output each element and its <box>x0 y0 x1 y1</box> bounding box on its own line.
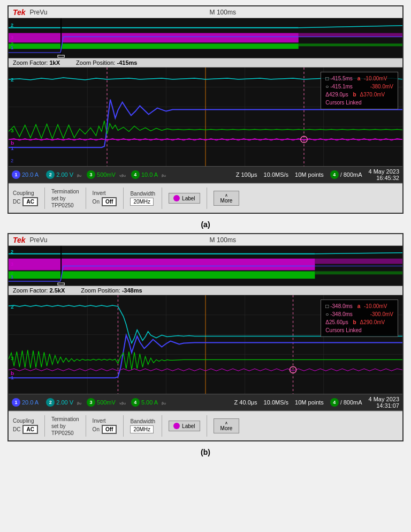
termination-set-b: set by <box>51 423 66 429</box>
controls-bar-a: Coupling DC AC Termination set by TPP025… <box>9 183 402 213</box>
ch2-val-a: 2.00 V <box>56 171 73 178</box>
panel-a: Tek PreVu M 100ms 2 <box>7 5 404 214</box>
main-display-a: 2 1 2 b 3 □ -415.5ms a -10.00mV ○ -415.1… <box>9 68 402 167</box>
svg-rect-5 <box>9 43 299 49</box>
svg-text:3: 3 <box>11 262 13 267</box>
ch4-val-b: 5.00 A <box>141 399 158 406</box>
ch1-val-b: 20.0 A <box>22 399 39 406</box>
sample-rate-b: 10.0MS/s <box>264 399 288 406</box>
invert-label-a: Invert <box>93 190 106 196</box>
panel-b: Tek PreVu M 100ms 2 3 <box>7 233 404 441</box>
coupling-dc-a: DC <box>13 199 20 205</box>
label-dot-a <box>173 195 180 201</box>
divider-1a <box>44 188 45 209</box>
ch4-badge-b: 4 <box>131 398 140 407</box>
zoom-factor-label-b: Zoom Factor: 2.5kX <box>13 287 65 294</box>
ch-info-bar-b: 1 20.0 A 2 2.00 V ᵦᵤ 3 500mV ᵥᵦᵤ 4 5.00 … <box>9 394 402 411</box>
termination-group-a: Termination set by TPP0250 <box>51 189 79 208</box>
label-dot-b <box>173 423 180 429</box>
ch3-badge-b: 3 <box>87 398 95 407</box>
sample-rate-a: 10.0MS/s <box>264 171 288 178</box>
invert-on-b: On <box>93 426 100 432</box>
svg-text:2: 2 <box>11 249 13 254</box>
bandwidth-val-b[interactable]: 20MHz <box>130 425 154 433</box>
ch4-val-a: 10.0 A <box>141 171 158 178</box>
zoom-info-b: Zoom Factor: 2.5kX Zoom Position: -348ms <box>9 286 402 295</box>
prevu-a: PreVu <box>30 9 48 16</box>
zoom-pos-label-a: Zoom Position: -415ms <box>76 59 137 66</box>
cursor-box-a: □ -415.5ms a -10.00mV ○ -415.1ms -380.0m… <box>321 72 398 109</box>
more-text-a: More <box>220 198 233 204</box>
bandwidth-label-b: Bandwidth <box>130 418 155 424</box>
invert-label-b: Invert <box>93 418 106 424</box>
panel-a-header: Tek PreVu M 100ms <box>9 6 402 18</box>
ch3-val-b: 500mV <box>97 399 116 406</box>
bandwidth-val-a[interactable]: 20MHz <box>130 198 154 206</box>
timebase-a: M 100ms <box>210 9 236 16</box>
more-chevron-b: ∧ <box>225 421 228 425</box>
panel-b-header: Tek PreVu M 100ms <box>9 234 402 246</box>
zoom-factor-label-a: Zoom Factor: 1kX <box>13 59 60 66</box>
divider-4b <box>162 415 162 437</box>
ch1-val-a: 20.0 A <box>22 171 39 178</box>
caption-b: (b) <box>201 448 210 456</box>
svg-text:2: 2 <box>11 304 14 310</box>
ch2-val-b: 2.00 V <box>56 399 73 406</box>
trigger-icon-b: / <box>340 400 342 406</box>
invert-off-box-b[interactable]: Off <box>102 425 117 434</box>
label-text-a: Label <box>182 196 195 201</box>
ch2-badge-a: 2 <box>46 170 55 179</box>
zoom-pos-val-a: -415ms <box>117 59 137 66</box>
svg-text:b: b <box>11 140 14 146</box>
overview-b: 2 3 1 2 <box>9 246 402 286</box>
controls-bar-b: Coupling DC AC Termination set by TPP025… <box>9 411 402 440</box>
svg-text:2: 2 <box>11 271 13 276</box>
zoom-display-b: Z 40.0μs <box>234 399 257 406</box>
label-btn-a[interactable]: Label <box>169 193 200 204</box>
more-chevron-a: ∧ <box>225 193 228 198</box>
divider-3a <box>123 188 124 209</box>
coupling-group-b: Coupling DC AC <box>13 418 38 434</box>
invert-group-a: Invert On Off <box>93 190 117 206</box>
more-btn-a[interactable]: ∧ More <box>214 191 240 206</box>
divider-2a <box>86 188 86 209</box>
termination-val-a: TPP0250 <box>51 203 74 208</box>
divider-2b <box>86 415 86 437</box>
ch4-tbadge-b: 4 <box>330 398 339 407</box>
points-b: 10M points <box>295 399 324 406</box>
svg-text:3: 3 <box>11 355 14 361</box>
zoom-factor-val-b: 2.5kX <box>49 287 65 294</box>
bandwidth-label-a: Bandwidth <box>130 191 155 197</box>
termination-set-a: set by <box>51 196 66 201</box>
trigger-val-b: 800mA <box>344 399 362 406</box>
coupling-group-a: Coupling DC AC <box>13 190 38 206</box>
coupling-ac-box-b[interactable]: AC <box>22 425 37 434</box>
coupling-ac-box-a[interactable]: AC <box>22 197 37 206</box>
svg-text:3: 3 <box>11 128 14 133</box>
ch4-tbadge-a: 4 <box>330 170 339 179</box>
divider-1b <box>44 415 45 437</box>
prevu-b: PreVu <box>30 236 48 244</box>
svg-text:2: 2 <box>11 41 13 47</box>
caption-a: (a) <box>201 220 210 229</box>
more-btn-b[interactable]: ∧ More <box>214 418 240 433</box>
label-btn-b[interactable]: Label <box>169 421 200 431</box>
termination-label-b: Termination <box>51 416 79 422</box>
datetime-b: 4 May 202314:31:07 <box>369 396 399 409</box>
divider-5a <box>207 188 207 209</box>
tek-logo-b: Tek <box>13 236 26 244</box>
invert-on-a: On <box>93 199 100 205</box>
tek-logo-a: Tek <box>13 8 26 17</box>
zoom-factor-val-a: 1kX <box>49 59 60 66</box>
zoom-pos-val-b: -348ms <box>122 287 142 294</box>
invert-group-b: Invert On Off <box>93 418 117 434</box>
zoom-info-a: Zoom Factor: 1kX Zoom Position: -415ms <box>9 58 402 68</box>
overview-a: 2 3 1 2 <box>9 18 402 58</box>
termination-label-a: Termination <box>51 189 79 194</box>
termination-val-b: TPP0250 <box>51 430 74 436</box>
coupling-label-a: Coupling <box>13 190 34 196</box>
invert-off-box-a[interactable]: Off <box>102 197 117 206</box>
svg-rect-42 <box>315 271 402 274</box>
zoom-pos-label-b: Zoom Position: -348ms <box>81 287 142 294</box>
ch3-badge-a: 3 <box>87 170 95 179</box>
